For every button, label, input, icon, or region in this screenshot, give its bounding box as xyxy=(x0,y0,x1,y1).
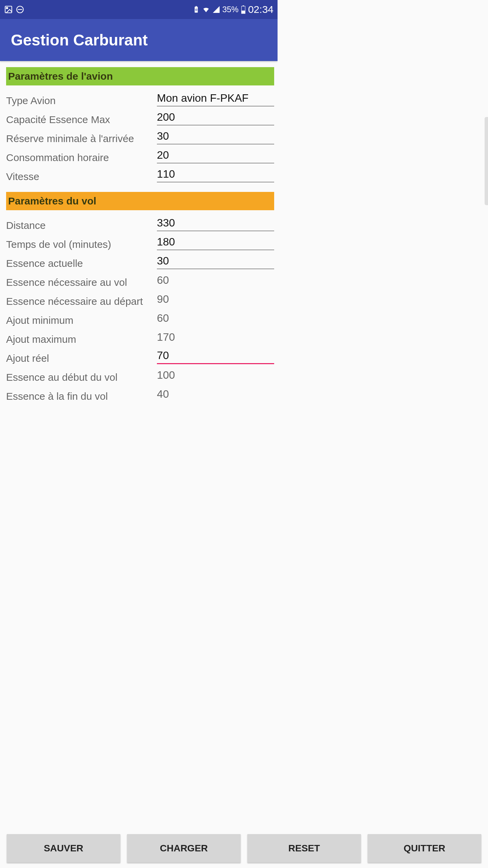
svg-rect-5 xyxy=(196,6,197,7)
input-currentfuel[interactable] xyxy=(157,253,274,269)
status-bar: ♻ 35% 02:34 xyxy=(0,0,278,19)
svg-rect-9 xyxy=(242,11,245,14)
label-currentfuel: Essence actuelle xyxy=(6,253,157,269)
label-addmax: Ajout maximum xyxy=(6,329,157,345)
section-header-plane: Paramètres de l'avion xyxy=(6,67,274,85)
label-flighttime: Temps de vol (minutes) xyxy=(6,234,157,250)
label-fuelend: Essence à la fin du vol xyxy=(6,386,157,402)
svg-rect-0 xyxy=(5,6,12,13)
app-title: Gestion Carburant xyxy=(11,31,148,49)
input-reserve[interactable] xyxy=(157,129,274,144)
svg-point-1 xyxy=(6,7,8,9)
readout-fuelneeded: 60 xyxy=(157,273,274,288)
input-capacity[interactable] xyxy=(157,110,274,125)
signal-icon xyxy=(212,5,220,14)
label-fuelneeded: Essence nécessaire au vol xyxy=(6,272,157,288)
label-type-avion: Type Avion xyxy=(6,90,157,106)
readout-addmin: 60 xyxy=(157,311,274,326)
readout-fueldepart: 90 xyxy=(157,292,274,307)
svg-text:♻: ♻ xyxy=(195,8,198,12)
input-speed[interactable] xyxy=(157,166,274,182)
input-distance[interactable] xyxy=(157,215,274,231)
label-fueldepart: Essence nécessaire au départ xyxy=(6,291,157,307)
label-reserve: Réserve minimale à l'arrivée xyxy=(6,128,157,144)
readout-addmax: 170 xyxy=(157,330,274,345)
dnd-icon xyxy=(16,5,24,14)
label-distance: Distance xyxy=(6,215,157,231)
label-consumption: Consommation horaire xyxy=(6,147,157,163)
label-addmin: Ajout minimum xyxy=(6,310,157,326)
label-capacity: Capacité Essence Max xyxy=(6,109,157,125)
input-flighttime[interactable] xyxy=(157,234,274,250)
readout-fuelend: 40 xyxy=(157,387,274,402)
battery-saver-icon: ♻ xyxy=(192,6,200,13)
battery-icon xyxy=(241,5,246,14)
app-bar: Gestion Carburant xyxy=(0,19,278,61)
label-speed: Vitesse xyxy=(6,166,157,182)
section-header-flight: Paramètres du vol xyxy=(6,192,274,210)
main-content: Paramètres de l'avion Type Avion Capacit… xyxy=(0,61,278,403)
input-type-avion[interactable] xyxy=(157,91,274,106)
input-addreal[interactable] xyxy=(157,348,274,364)
image-icon xyxy=(4,5,13,14)
readout-fuelstart: 100 xyxy=(157,368,274,383)
input-consumption[interactable] xyxy=(157,147,274,163)
clock: 02:34 xyxy=(248,4,273,15)
label-addreal: Ajout réel xyxy=(6,348,157,364)
battery-percent: 35% xyxy=(222,5,239,14)
svg-rect-8 xyxy=(243,5,244,6)
label-fuelstart: Essence au début du vol xyxy=(6,367,157,383)
wifi-icon xyxy=(202,5,210,14)
